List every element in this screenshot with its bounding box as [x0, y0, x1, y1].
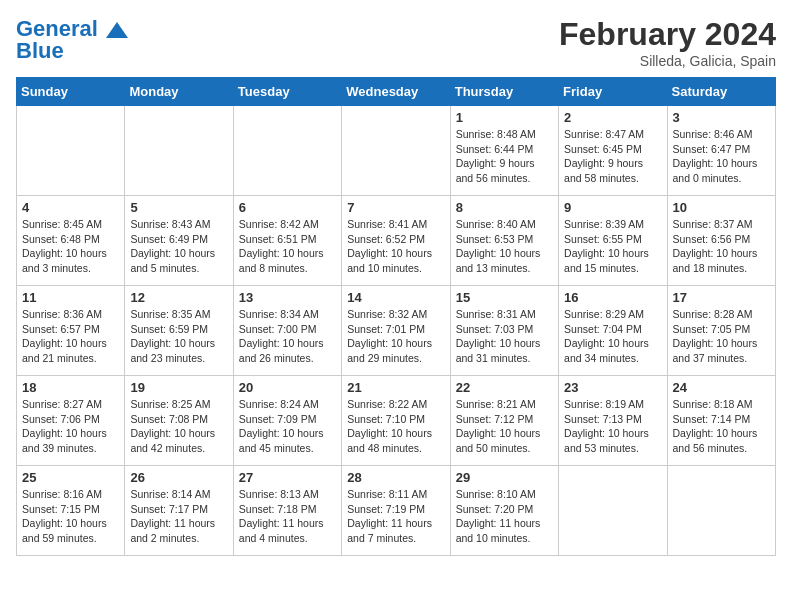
- day-number: 24: [673, 380, 770, 395]
- day-number: 1: [456, 110, 553, 125]
- col-header-saturday: Saturday: [667, 78, 775, 106]
- calendar-cell: 2Sunrise: 8:47 AM Sunset: 6:45 PM Daylig…: [559, 106, 667, 196]
- calendar-cell: 3Sunrise: 8:46 AM Sunset: 6:47 PM Daylig…: [667, 106, 775, 196]
- day-info: Sunrise: 8:25 AM Sunset: 7:08 PM Dayligh…: [130, 397, 227, 456]
- calendar-cell: 22Sunrise: 8:21 AM Sunset: 7:12 PM Dayli…: [450, 376, 558, 466]
- col-header-tuesday: Tuesday: [233, 78, 341, 106]
- calendar-cell: 15Sunrise: 8:31 AM Sunset: 7:03 PM Dayli…: [450, 286, 558, 376]
- calendar-cell: 19Sunrise: 8:25 AM Sunset: 7:08 PM Dayli…: [125, 376, 233, 466]
- day-info: Sunrise: 8:37 AM Sunset: 6:56 PM Dayligh…: [673, 217, 770, 276]
- day-info: Sunrise: 8:22 AM Sunset: 7:10 PM Dayligh…: [347, 397, 444, 456]
- calendar-cell: 18Sunrise: 8:27 AM Sunset: 7:06 PM Dayli…: [17, 376, 125, 466]
- day-number: 4: [22, 200, 119, 215]
- calendar-cell: 4Sunrise: 8:45 AM Sunset: 6:48 PM Daylig…: [17, 196, 125, 286]
- calendar-cell: 8Sunrise: 8:40 AM Sunset: 6:53 PM Daylig…: [450, 196, 558, 286]
- day-info: Sunrise: 8:31 AM Sunset: 7:03 PM Dayligh…: [456, 307, 553, 366]
- calendar-cell: [233, 106, 341, 196]
- col-header-sunday: Sunday: [17, 78, 125, 106]
- day-info: Sunrise: 8:46 AM Sunset: 6:47 PM Dayligh…: [673, 127, 770, 186]
- day-number: 20: [239, 380, 336, 395]
- day-info: Sunrise: 8:27 AM Sunset: 7:06 PM Dayligh…: [22, 397, 119, 456]
- calendar-cell: 27Sunrise: 8:13 AM Sunset: 7:18 PM Dayli…: [233, 466, 341, 556]
- calendar-cell: [342, 106, 450, 196]
- day-number: 23: [564, 380, 661, 395]
- calendar-cell: 25Sunrise: 8:16 AM Sunset: 7:15 PM Dayli…: [17, 466, 125, 556]
- day-number: 10: [673, 200, 770, 215]
- day-number: 13: [239, 290, 336, 305]
- calendar-week-row: 4Sunrise: 8:45 AM Sunset: 6:48 PM Daylig…: [17, 196, 776, 286]
- calendar-cell: 10Sunrise: 8:37 AM Sunset: 6:56 PM Dayli…: [667, 196, 775, 286]
- calendar-cell: 29Sunrise: 8:10 AM Sunset: 7:20 PM Dayli…: [450, 466, 558, 556]
- day-info: Sunrise: 8:35 AM Sunset: 6:59 PM Dayligh…: [130, 307, 227, 366]
- svg-marker-0: [106, 22, 128, 38]
- day-number: 8: [456, 200, 553, 215]
- day-number: 22: [456, 380, 553, 395]
- calendar-cell: [667, 466, 775, 556]
- day-info: Sunrise: 8:19 AM Sunset: 7:13 PM Dayligh…: [564, 397, 661, 456]
- col-header-thursday: Thursday: [450, 78, 558, 106]
- col-header-wednesday: Wednesday: [342, 78, 450, 106]
- day-info: Sunrise: 8:14 AM Sunset: 7:17 PM Dayligh…: [130, 487, 227, 546]
- location: Silleda, Galicia, Spain: [559, 53, 776, 69]
- calendar-week-row: 11Sunrise: 8:36 AM Sunset: 6:57 PM Dayli…: [17, 286, 776, 376]
- col-header-monday: Monday: [125, 78, 233, 106]
- day-info: Sunrise: 8:29 AM Sunset: 7:04 PM Dayligh…: [564, 307, 661, 366]
- logo-icon: [106, 22, 128, 38]
- calendar-week-row: 25Sunrise: 8:16 AM Sunset: 7:15 PM Dayli…: [17, 466, 776, 556]
- day-number: 14: [347, 290, 444, 305]
- calendar-cell: 13Sunrise: 8:34 AM Sunset: 7:00 PM Dayli…: [233, 286, 341, 376]
- day-number: 11: [22, 290, 119, 305]
- calendar-cell: 20Sunrise: 8:24 AM Sunset: 7:09 PM Dayli…: [233, 376, 341, 466]
- day-number: 26: [130, 470, 227, 485]
- day-info: Sunrise: 8:10 AM Sunset: 7:20 PM Dayligh…: [456, 487, 553, 546]
- day-number: 9: [564, 200, 661, 215]
- calendar-cell: 21Sunrise: 8:22 AM Sunset: 7:10 PM Dayli…: [342, 376, 450, 466]
- calendar-cell: 6Sunrise: 8:42 AM Sunset: 6:51 PM Daylig…: [233, 196, 341, 286]
- day-info: Sunrise: 8:34 AM Sunset: 7:00 PM Dayligh…: [239, 307, 336, 366]
- day-number: 7: [347, 200, 444, 215]
- calendar-cell: 9Sunrise: 8:39 AM Sunset: 6:55 PM Daylig…: [559, 196, 667, 286]
- calendar-cell: 14Sunrise: 8:32 AM Sunset: 7:01 PM Dayli…: [342, 286, 450, 376]
- calendar-cell: 17Sunrise: 8:28 AM Sunset: 7:05 PM Dayli…: [667, 286, 775, 376]
- calendar-cell: 5Sunrise: 8:43 AM Sunset: 6:49 PM Daylig…: [125, 196, 233, 286]
- day-info: Sunrise: 8:48 AM Sunset: 6:44 PM Dayligh…: [456, 127, 553, 186]
- day-info: Sunrise: 8:47 AM Sunset: 6:45 PM Dayligh…: [564, 127, 661, 186]
- day-info: Sunrise: 8:11 AM Sunset: 7:19 PM Dayligh…: [347, 487, 444, 546]
- day-info: Sunrise: 8:39 AM Sunset: 6:55 PM Dayligh…: [564, 217, 661, 276]
- day-info: Sunrise: 8:28 AM Sunset: 7:05 PM Dayligh…: [673, 307, 770, 366]
- calendar-cell: 16Sunrise: 8:29 AM Sunset: 7:04 PM Dayli…: [559, 286, 667, 376]
- day-number: 21: [347, 380, 444, 395]
- day-number: 15: [456, 290, 553, 305]
- title-block: February 2024 Silleda, Galicia, Spain: [559, 16, 776, 69]
- calendar-cell: 11Sunrise: 8:36 AM Sunset: 6:57 PM Dayli…: [17, 286, 125, 376]
- calendar-cell: [125, 106, 233, 196]
- calendar-cell: 28Sunrise: 8:11 AM Sunset: 7:19 PM Dayli…: [342, 466, 450, 556]
- day-info: Sunrise: 8:43 AM Sunset: 6:49 PM Dayligh…: [130, 217, 227, 276]
- logo: General Blue: [16, 16, 128, 64]
- day-number: 27: [239, 470, 336, 485]
- day-info: Sunrise: 8:18 AM Sunset: 7:14 PM Dayligh…: [673, 397, 770, 456]
- day-info: Sunrise: 8:32 AM Sunset: 7:01 PM Dayligh…: [347, 307, 444, 366]
- calendar-cell: 1Sunrise: 8:48 AM Sunset: 6:44 PM Daylig…: [450, 106, 558, 196]
- calendar-cell: 7Sunrise: 8:41 AM Sunset: 6:52 PM Daylig…: [342, 196, 450, 286]
- calendar-cell: 12Sunrise: 8:35 AM Sunset: 6:59 PM Dayli…: [125, 286, 233, 376]
- calendar-cell: [17, 106, 125, 196]
- calendar-cell: 23Sunrise: 8:19 AM Sunset: 7:13 PM Dayli…: [559, 376, 667, 466]
- day-number: 12: [130, 290, 227, 305]
- day-info: Sunrise: 8:45 AM Sunset: 6:48 PM Dayligh…: [22, 217, 119, 276]
- col-header-friday: Friday: [559, 78, 667, 106]
- day-number: 17: [673, 290, 770, 305]
- day-number: 28: [347, 470, 444, 485]
- day-number: 5: [130, 200, 227, 215]
- day-number: 2: [564, 110, 661, 125]
- day-number: 16: [564, 290, 661, 305]
- day-info: Sunrise: 8:16 AM Sunset: 7:15 PM Dayligh…: [22, 487, 119, 546]
- day-number: 6: [239, 200, 336, 215]
- day-info: Sunrise: 8:13 AM Sunset: 7:18 PM Dayligh…: [239, 487, 336, 546]
- calendar-cell: [559, 466, 667, 556]
- day-info: Sunrise: 8:24 AM Sunset: 7:09 PM Dayligh…: [239, 397, 336, 456]
- calendar-week-row: 1Sunrise: 8:48 AM Sunset: 6:44 PM Daylig…: [17, 106, 776, 196]
- calendar-week-row: 18Sunrise: 8:27 AM Sunset: 7:06 PM Dayli…: [17, 376, 776, 466]
- day-info: Sunrise: 8:42 AM Sunset: 6:51 PM Dayligh…: [239, 217, 336, 276]
- day-info: Sunrise: 8:41 AM Sunset: 6:52 PM Dayligh…: [347, 217, 444, 276]
